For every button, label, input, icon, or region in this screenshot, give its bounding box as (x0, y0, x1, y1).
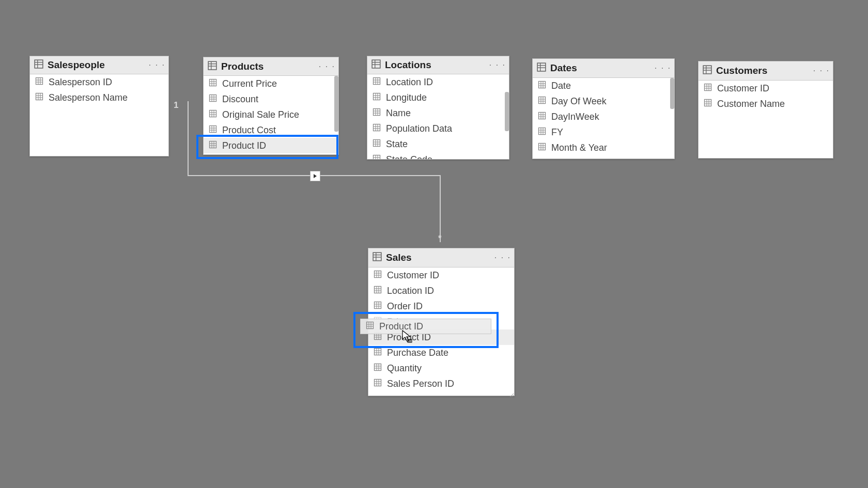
table-menu-button[interactable]: · · · (319, 62, 335, 71)
svg-rect-4 (36, 77, 43, 84)
column-icon (209, 78, 217, 89)
table-field-list[interactable]: Customer ID Customer Name (699, 81, 833, 158)
table-menu-button[interactable]: · · · (655, 64, 671, 72)
table-field-list[interactable]: Date Day Of Week DayInWeek FY Month & Ye… (533, 78, 674, 159)
field-salesperson-name[interactable]: Salesperson Name (30, 90, 168, 105)
table-menu-button[interactable]: · · · (494, 254, 511, 262)
svg-rect-14 (208, 61, 216, 70)
table-dates[interactable]: Dates · · · Date Day Of Week DayInWeek F… (532, 58, 675, 159)
field-discount[interactable]: Discount (204, 91, 338, 107)
column-icon (209, 109, 217, 120)
table-header[interactable]: Products · · · (204, 57, 338, 76)
column-icon (538, 112, 546, 122)
svg-rect-134 (375, 302, 381, 308)
field-customer-id[interactable]: Customer ID (368, 267, 514, 283)
field-label: Location ID (387, 286, 434, 296)
table-title: Salespeople (48, 59, 105, 71)
field-label: Original Sale Price (222, 109, 299, 120)
table-customers[interactable]: Customers · · · Customer ID Customer Nam… (698, 61, 833, 159)
svg-rect-18 (210, 79, 216, 86)
svg-rect-129 (375, 286, 381, 293)
scrollbar-thumb[interactable] (670, 78, 674, 109)
field-date[interactable]: Date (533, 78, 674, 93)
field-label: Customer Name (717, 99, 785, 109)
field-name[interactable]: Name (367, 105, 509, 121)
resize-grip[interactable] (508, 390, 514, 395)
svg-rect-101 (539, 143, 546, 150)
svg-rect-91 (539, 112, 546, 119)
column-icon (373, 92, 381, 103)
field-current-price[interactable]: Current Price (204, 76, 338, 91)
column-icon (35, 77, 43, 88)
field-label: Customer ID (387, 270, 439, 281)
table-menu-button[interactable]: · · · (489, 61, 506, 69)
field-sales-person-id[interactable]: Sales Person ID (368, 376, 514, 391)
table-title: Sales (386, 252, 412, 263)
field-location-id[interactable]: Location ID (368, 283, 514, 298)
field-salesperson-id[interactable]: Salesperson ID (30, 74, 168, 90)
table-header[interactable]: Customers · · · (699, 61, 833, 81)
svg-rect-166 (367, 322, 374, 328)
column-icon (373, 123, 381, 134)
model-canvas[interactable]: 1 * Salespeople · · · Salesperson ID Sal… (0, 0, 868, 488)
field-original-sale-price[interactable]: Original Sale Price (204, 107, 338, 122)
table-field-list[interactable]: Current Price Discount Original Sale Pri… (204, 76, 338, 154)
table-icon (537, 62, 546, 74)
table-locations[interactable]: Locations · · · Location ID Longitude Na… (367, 56, 509, 160)
svg-rect-77 (537, 63, 546, 71)
scrollbar-thumb[interactable] (334, 76, 338, 132)
field-dayinweek[interactable]: DayInWeek (533, 109, 674, 124)
relationship-line[interactable] (188, 101, 189, 176)
field-label: Salesperson Name (49, 92, 128, 103)
field-month-year[interactable]: Month & Year (533, 140, 674, 155)
field-state[interactable]: State (367, 136, 509, 152)
field-label: Month & Year (551, 143, 607, 153)
field-label: FY (551, 127, 563, 138)
table-icon (208, 61, 217, 72)
field-customer-name[interactable]: Customer Name (699, 96, 833, 112)
field-label: Day Of Week (551, 96, 607, 107)
field-label: DayInWeek (551, 112, 599, 122)
scrollbar-thumb[interactable] (505, 92, 509, 131)
svg-rect-81 (539, 81, 546, 88)
field-product-id[interactable]: Product ID (204, 138, 338, 153)
table-salespeople[interactable]: Salespeople · · · Salesperson ID Salespe… (29, 56, 169, 156)
field-location-id[interactable]: Location ID (367, 74, 509, 90)
table-products[interactable]: Products · · · Current Price Discount Or… (203, 57, 339, 155)
field-label: Product ID (222, 140, 266, 151)
field-product-cost[interactable]: Product Cost (204, 122, 338, 138)
field-label: Population Data (386, 123, 452, 134)
svg-rect-0 (35, 60, 43, 68)
table-header[interactable]: Salespeople · · · (30, 56, 168, 74)
field-customer-id[interactable]: Customer ID (699, 81, 833, 96)
field-quantity[interactable]: Quantity (368, 360, 514, 376)
table-menu-button[interactable]: · · · (813, 67, 830, 75)
field-fy[interactable]: FY (533, 124, 674, 140)
relationship-direction-arrow[interactable] (310, 171, 320, 181)
field-label: Sales Person ID (387, 379, 454, 389)
svg-rect-67 (374, 139, 380, 146)
relationship-line[interactable] (440, 175, 441, 242)
table-field-list[interactable]: Salesperson ID Salesperson Name (30, 74, 168, 156)
table-header[interactable]: Sales · · · (368, 248, 514, 267)
field-purchase-date[interactable]: Purchase Date (368, 345, 514, 360)
column-icon (209, 94, 217, 105)
column-icon (704, 99, 712, 109)
svg-rect-106 (703, 66, 711, 74)
table-header[interactable]: Dates · · · (533, 59, 674, 78)
column-icon (374, 379, 382, 389)
svg-rect-9 (36, 93, 43, 100)
svg-rect-120 (373, 253, 381, 261)
column-icon (209, 140, 217, 151)
field-population-data[interactable]: Population Data (367, 121, 509, 136)
field-longitude[interactable]: Longitude (367, 90, 509, 105)
field-order-id[interactable]: Order ID (368, 298, 514, 314)
table-header[interactable]: Locations · · · (367, 56, 509, 74)
table-menu-button[interactable]: · · · (149, 61, 165, 69)
table-field-list[interactable]: Location ID Longitude Name Population Da… (367, 74, 509, 159)
field-day-of-week[interactable]: Day Of Week (533, 93, 674, 109)
svg-rect-62 (374, 124, 380, 131)
field-label: Date (551, 81, 571, 91)
table-icon (703, 65, 712, 76)
field-state-code[interactable]: State Code (367, 152, 509, 159)
